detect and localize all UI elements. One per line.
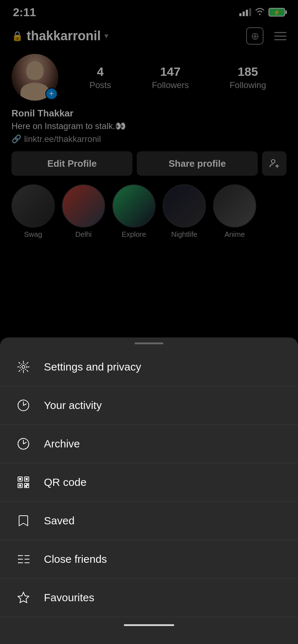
svg-marker-22 [18, 562, 20, 564]
menu-item-favourites[interactable]: Favourites [0, 579, 298, 617]
add-friend-button[interactable] [262, 151, 286, 176]
menu-item-activity[interactable]: Your activity [0, 386, 298, 425]
profile-header: 🔒 thakkarronil ▾ ⊕ [0, 22, 298, 50]
share-profile-button[interactable]: Share profile [137, 151, 258, 176]
home-indicator [0, 617, 298, 630]
svg-marker-21 [18, 558, 20, 560]
story-item[interactable]: Delhi [62, 184, 105, 239]
story-circle [112, 184, 155, 227]
story-circle [213, 184, 256, 227]
battery-icon: ⚡ [268, 8, 285, 17]
svg-marker-26 [18, 592, 29, 603]
saved-icon [14, 512, 32, 530]
menu-item-closefriends[interactable]: Close friends [0, 540, 298, 579]
story-label: Explore [122, 230, 146, 239]
menu-item-archive[interactable]: Archive [0, 425, 298, 463]
new-post-button[interactable]: ⊕ [246, 27, 263, 45]
closefriends-icon [14, 550, 32, 568]
status-time: 2:11 [13, 6, 36, 19]
svg-marker-20 [18, 555, 20, 556]
username[interactable]: thakkarronil [27, 28, 101, 43]
svg-rect-14 [27, 483, 29, 485]
svg-rect-13 [24, 483, 27, 486]
story-label: Delhi [75, 230, 92, 239]
menu-item-saved[interactable]: Saved [0, 502, 298, 540]
favourites-icon [14, 589, 32, 607]
qrcode-icon [14, 473, 32, 491]
svg-rect-16 [27, 486, 29, 488]
following-count: 185 [238, 65, 258, 79]
bottom-sheet: Settings and privacy Your activity Archi… [0, 337, 298, 644]
archive-icon [14, 435, 32, 453]
svg-rect-10 [26, 478, 28, 480]
add-story-button[interactable]: + [45, 88, 58, 100]
followers-stat[interactable]: 147 Followers [152, 65, 189, 90]
edit-profile-button[interactable]: Edit Profile [12, 151, 132, 176]
lock-icon: 🔒 [12, 31, 23, 42]
settings-icon [14, 358, 32, 376]
status-bar: 2:11 ⚡ [0, 0, 298, 22]
link-url: linktr.ee/thakkarronil [24, 134, 101, 144]
story-circle [163, 184, 206, 227]
story-circle [12, 184, 55, 227]
story-label: Anime [225, 230, 245, 239]
story-item[interactable]: Anime [213, 184, 256, 239]
bio-text: Here on Instagram to stalk.👀 [12, 121, 286, 131]
bio-section: Ronil Thakkar Here on Instagram to stalk… [12, 108, 286, 151]
posts-stat[interactable]: 4 Posts [90, 65, 111, 90]
following-stat[interactable]: 185 Following [230, 65, 266, 90]
story-circle [62, 184, 105, 227]
saved-label: Saved [44, 515, 74, 527]
posts-label: Posts [90, 80, 111, 90]
posts-count: 4 [97, 65, 104, 79]
wifi-icon [255, 7, 265, 17]
svg-point-4 [20, 364, 27, 370]
followers-label: Followers [152, 80, 189, 90]
link-icon: 🔗 [12, 134, 21, 144]
settings-label: Settings and privacy [44, 361, 141, 373]
svg-rect-12 [19, 484, 21, 487]
profile-stats: 4 Posts 147 Followers 185 Following [69, 65, 286, 90]
action-buttons: Edit Profile Share profile [12, 151, 286, 176]
header-actions: ⊕ [246, 27, 286, 45]
closefriends-label: Close friends [44, 553, 107, 565]
story-label: Swag [24, 230, 42, 239]
favourites-label: Favourites [44, 592, 94, 604]
story-item[interactable]: Explore [112, 184, 155, 239]
story-label: Nightlife [171, 230, 197, 239]
followers-count: 147 [160, 65, 181, 79]
stories-row: Swag Delhi Explore Nightlife Anime [12, 184, 286, 242]
signal-icon [239, 8, 251, 16]
chevron-down-icon[interactable]: ▾ [104, 31, 108, 41]
qrcode-label: QR code [44, 476, 86, 488]
menu-item-qrcode[interactable]: QR code [0, 463, 298, 502]
sheet-handle [135, 342, 163, 344]
svg-rect-8 [19, 478, 21, 480]
profile-top: + 4 Posts 147 Followers 185 Following [12, 54, 286, 101]
menu-item-settings[interactable]: Settings and privacy [0, 348, 298, 386]
display-name: Ronil Thakkar [12, 108, 286, 119]
profile-section: + 4 Posts 147 Followers 185 Following Ro… [0, 50, 298, 249]
activity-icon [14, 396, 32, 414]
status-icons: ⚡ [239, 7, 285, 17]
story-item[interactable]: Swag [12, 184, 55, 239]
story-item[interactable]: Nightlife [163, 184, 206, 239]
menu-button[interactable] [274, 32, 286, 40]
profile-link[interactable]: 🔗 linktr.ee/thakkarronil [12, 134, 286, 144]
archive-label: Archive [44, 438, 80, 450]
header-left: 🔒 thakkarronil ▾ [12, 28, 108, 43]
svg-rect-15 [24, 486, 26, 488]
activity-label: Your activity [44, 399, 102, 411]
following-label: Following [230, 80, 266, 90]
svg-point-3 [22, 365, 25, 368]
avatar[interactable]: + [12, 54, 58, 101]
svg-point-0 [271, 160, 275, 163]
